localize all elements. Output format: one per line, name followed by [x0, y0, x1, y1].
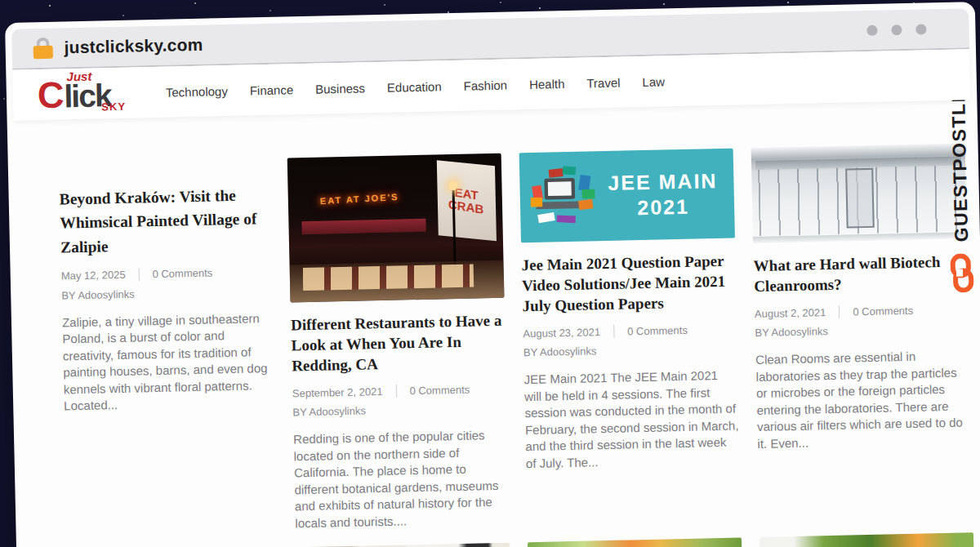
article-date: May 12, 2025	[61, 269, 126, 282]
next-row-thumbnail[interactable]	[296, 542, 514, 547]
meta-divider	[395, 385, 396, 398]
article-excerpt: Zalipie, a tiny village in southeastern …	[62, 310, 275, 416]
window-dot[interactable]	[891, 24, 902, 35]
laptop-books-illustration	[528, 161, 599, 233]
nav-item-finance[interactable]: Finance	[250, 82, 294, 97]
article-excerpt: Redding is one of the popular cities loc…	[293, 427, 510, 532]
article-date: August 2, 2021	[755, 306, 826, 320]
wall-sign: EAT CRAB	[437, 160, 497, 241]
article-card: Beyond Kraków: Visit the Whimsical Paint…	[47, 158, 278, 537]
article-meta: September 2, 2021 0 Comments	[292, 382, 506, 400]
cleanroom-door	[845, 168, 875, 228]
article-date: September 2, 2021	[292, 385, 383, 399]
article-date: August 23, 2021	[523, 326, 600, 340]
logo-sky: SKY	[101, 100, 126, 112]
logo-letter-c: C	[37, 73, 65, 116]
comments-link[interactable]: 0 Comments	[409, 383, 470, 397]
window-controls	[866, 23, 947, 35]
author-link[interactable]: BY Adoosylinks	[61, 285, 272, 302]
site-logo[interactable]: Click Just SKY	[37, 74, 140, 113]
nav-item-health[interactable]: Health	[529, 77, 565, 91]
article-card: EAT AT JOE'S EAT CRAB Different Restaura…	[287, 153, 510, 532]
comments-link[interactable]: 0 Comments	[853, 304, 913, 318]
storefront-windows	[302, 264, 474, 291]
address-bar[interactable]: justclicksky.com	[64, 35, 203, 58]
nav-item-business[interactable]: Business	[315, 81, 365, 96]
article-thumbnail-restaurant[interactable]: EAT AT JOE'S EAT CRAB	[287, 153, 505, 303]
comments-link[interactable]: 0 Comments	[152, 267, 212, 281]
article-excerpt: Clean Rooms are essential in laboratorie…	[755, 347, 972, 452]
article-meta: August 2, 2021 0 Comments	[755, 303, 969, 321]
awning-shape	[301, 219, 425, 234]
jee-banner-text: JEE MAIN 2021	[598, 167, 734, 221]
meta-divider	[613, 325, 614, 338]
author-link[interactable]: BY Adoosylinks	[755, 322, 969, 339]
article-thumbnail-jee[interactable]: JEE MAIN 2021	[519, 149, 735, 243]
article-title[interactable]: Different Restaurants to Have a Look at …	[291, 310, 506, 376]
article-thumbnail-cleanroom[interactable]	[751, 143, 967, 243]
article-meta: August 23, 2021 0 Comments	[523, 322, 737, 340]
author-link[interactable]: BY Adoosylinks	[292, 402, 506, 419]
main-nav: Technology Finance Business Education Fa…	[166, 74, 665, 99]
starfield	[0, 0, 2, 2]
comments-link[interactable]: 0 Comments	[627, 324, 688, 338]
article-title[interactable]: Beyond Kraków: Visit the Whimsical Paint…	[59, 183, 271, 259]
nav-item-fashion[interactable]: Fashion	[463, 78, 507, 92]
author-link[interactable]: BY Adoosylinks	[523, 342, 737, 359]
meta-divider	[839, 305, 840, 318]
jee-banner-line2: 2021	[599, 193, 728, 222]
nav-item-technology[interactable]: Technology	[166, 84, 228, 100]
nav-item-travel[interactable]: Travel	[586, 75, 620, 90]
window-dot[interactable]	[866, 24, 877, 35]
jee-banner-line1: JEE MAIN	[598, 168, 728, 197]
article-grid: Beyond Kraków: Visit the Whimsical Paint…	[14, 100, 980, 547]
nav-item-law[interactable]: Law	[642, 74, 665, 89]
meta-divider	[138, 268, 139, 281]
article-excerpt: JEE Main 2021 The JEE Main 2021 will be …	[523, 367, 740, 473]
article-title[interactable]: Jee Main 2021 Question Paper Video Solut…	[521, 251, 737, 317]
article-meta: May 12, 2025 0 Comments	[61, 265, 272, 283]
nav-item-education[interactable]: Education	[387, 79, 442, 94]
chain-link-icon	[948, 253, 975, 293]
article-card: What are Hard wall Biotech Cleanrooms? A…	[751, 143, 973, 522]
lock-icon	[33, 38, 53, 60]
next-row-thumbnail[interactable]	[528, 537, 746, 547]
neon-sign-text: EAT AT JOE'S	[320, 192, 399, 206]
article-title[interactable]: What are Hard wall Biotech Cleanrooms?	[753, 251, 968, 296]
logo-just: Just	[66, 69, 91, 82]
next-row-thumbnail[interactable]	[760, 532, 978, 547]
window-dot[interactable]	[915, 24, 926, 34]
article-card: JEE MAIN 2021 Jee Main 2021 Question Pap…	[519, 149, 742, 527]
browser-window: justclicksky.com Click Just SKY Technolo…	[5, 2, 980, 547]
